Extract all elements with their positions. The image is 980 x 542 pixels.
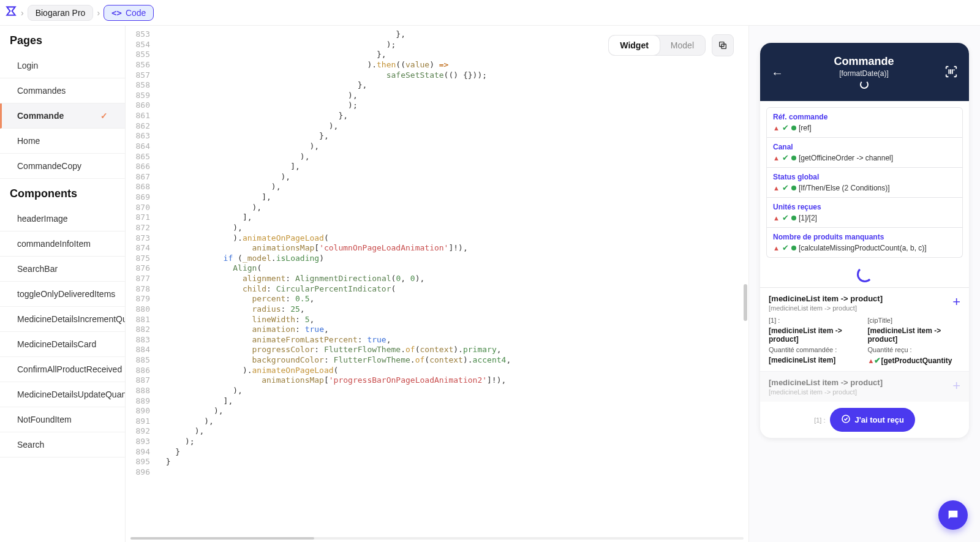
check-icon: ✔ xyxy=(782,243,789,252)
medicine-sub: [medicineList item -> product] xyxy=(769,388,883,396)
status-dot-icon xyxy=(791,126,796,130)
phone-title: Commande xyxy=(790,55,938,68)
warning-icon: ▲ xyxy=(773,124,780,132)
plus-icon[interactable]: + xyxy=(952,294,960,310)
medicine-card-faded[interactable]: [medicineList item -> product] [medicine… xyxy=(760,371,969,402)
check-circle-icon xyxy=(841,414,851,426)
phone-preview: ← Commande [formatDate(a)] Réf. commande… xyxy=(760,43,969,438)
medicine-name: [medicineList item -> product] xyxy=(769,378,883,387)
page-item[interactable]: Commandes xyxy=(0,78,125,104)
component-item[interactable]: MedicineDetailsIncrementQuantity xyxy=(0,307,125,332)
page-item[interactable]: Commande✓ xyxy=(0,104,125,129)
status-dot-icon xyxy=(791,186,796,190)
pages-section-title: Pages xyxy=(0,26,125,53)
breadcrumb-code[interactable]: <> Code xyxy=(104,5,154,21)
bottom-bar: [1] : J'ai tout reçu xyxy=(760,402,969,438)
warning-icon: ▲ xyxy=(773,214,780,222)
status-dot-icon xyxy=(791,156,796,160)
warning-icon: ▲ xyxy=(773,244,780,252)
check-icon: ✔ xyxy=(782,153,789,162)
component-item[interactable]: SearchBar xyxy=(0,257,125,282)
component-item[interactable]: MedicineDetailsCard xyxy=(0,332,125,357)
horizontal-scrollbar[interactable] xyxy=(130,537,744,540)
phone-subtitle: [formatDate(a)] xyxy=(790,69,938,78)
bottom-small-text: [1] : xyxy=(814,416,825,424)
widget-model-toggle[interactable]: Widget Model xyxy=(608,35,706,56)
component-item[interactable]: toggleOnlyDeliveredItems xyxy=(0,282,125,307)
status-dot-icon xyxy=(791,216,796,220)
component-item[interactable]: MedicineDetailsUpdateQuantity xyxy=(0,382,125,407)
received-all-button[interactable]: J'ai tout reçu xyxy=(830,408,914,432)
back-arrow-icon[interactable]: ← xyxy=(771,66,783,80)
chevron-icon: › xyxy=(97,8,100,18)
loading-indicator xyxy=(760,264,969,287)
status-dot-icon xyxy=(791,246,796,250)
code-icon: <> xyxy=(111,8,122,18)
info-stack: Réf. commande▲✔[ref]Canal▲✔[getOfficineO… xyxy=(760,101,969,264)
breadcrumb-project[interactable]: Biogaran Pro xyxy=(28,5,94,21)
page-item[interactable]: Login xyxy=(0,53,125,78)
line-gutter: 8538548558568578588598608618628638648658… xyxy=(126,26,156,542)
page-item[interactable]: CommandeCopy xyxy=(0,154,125,179)
component-item[interactable]: Search xyxy=(0,432,125,457)
toggle-model[interactable]: Model xyxy=(660,36,705,55)
warning-icon: ▲ xyxy=(773,154,780,162)
top-bar: › Biogaran Pro › <> Code xyxy=(0,0,980,26)
page-item[interactable]: Home xyxy=(0,129,125,154)
component-item[interactable]: NotFoundItem xyxy=(0,407,125,432)
chevron-icon: › xyxy=(21,8,24,18)
info-card: Unités reçues▲✔[1]/[2] xyxy=(766,198,963,228)
editor-toolbar: Widget Model xyxy=(608,34,734,56)
copy-button[interactable] xyxy=(712,34,734,56)
medicine-sub: [medicineList item -> product] xyxy=(769,304,883,312)
info-card: Nombre de produits manquants▲✔[calculate… xyxy=(766,228,963,258)
phone-header: ← Commande [formatDate(a)] xyxy=(760,43,969,101)
component-item[interactable]: ConfirmAllProductReceived xyxy=(0,357,125,382)
info-card: Status global▲✔[If/Then/Else (2 Conditio… xyxy=(766,168,963,198)
check-icon: ✔ xyxy=(782,213,789,222)
medicine-card[interactable]: [medicineList item -> product] [medicine… xyxy=(760,287,969,371)
check-icon: ✓ xyxy=(100,111,108,121)
app-logo-icon[interactable] xyxy=(5,5,17,20)
code-editor[interactable]: 8538548558568578588598608618628638648658… xyxy=(126,26,748,542)
breadcrumb-code-label: Code xyxy=(126,8,146,18)
sidebar: Pages LoginCommandesCommande✓HomeCommand… xyxy=(0,26,126,542)
barcode-icon[interactable] xyxy=(944,65,958,81)
component-item[interactable]: headerImage xyxy=(0,206,125,231)
plus-icon[interactable]: + xyxy=(952,378,960,394)
info-card: Réf. commande▲✔[ref] xyxy=(766,107,963,138)
components-section-title: Components xyxy=(0,179,125,206)
chat-bubble-icon[interactable] xyxy=(938,500,968,530)
medicine-name: [medicineList item -> product] xyxy=(769,294,883,303)
preview-panel: ← Commande [formatDate(a)] Réf. commande… xyxy=(748,26,980,542)
vertical-scrollbar[interactable] xyxy=(744,284,747,321)
check-icon: ✔ xyxy=(782,123,789,132)
code-content[interactable]: }, ); }, ).then((value) => xyxy=(156,26,748,542)
warning-icon: ▲ xyxy=(773,184,780,192)
loading-spinner-icon xyxy=(860,80,869,89)
info-card: Canal▲✔[getOfficineOrder -> channel] xyxy=(766,138,963,168)
toggle-widget[interactable]: Widget xyxy=(609,36,660,55)
component-item[interactable]: commandeInfoItem xyxy=(0,231,125,257)
check-icon: ✔ xyxy=(782,183,789,192)
